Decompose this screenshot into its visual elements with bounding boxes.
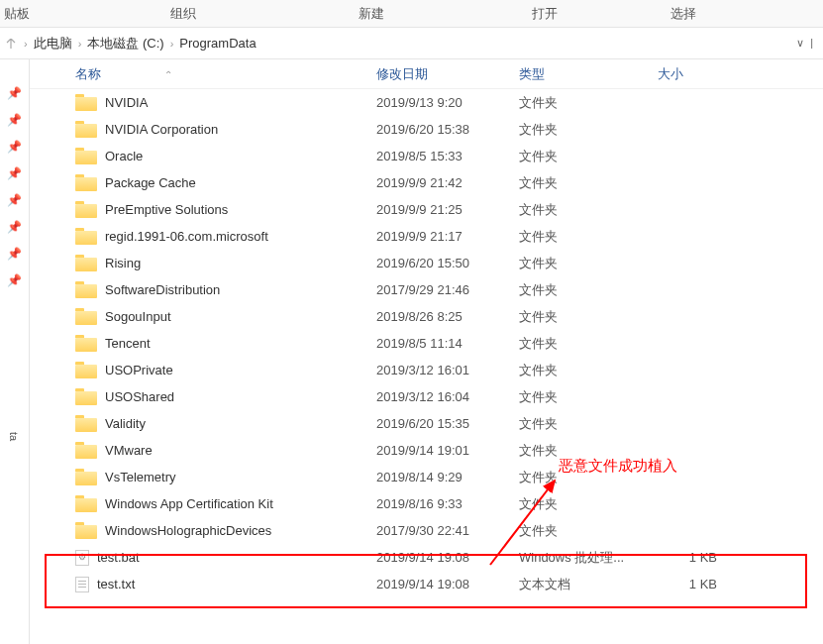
folder-icon <box>75 97 97 111</box>
folder-icon <box>75 498 97 512</box>
file-row[interactable]: SogouInput2019/8/26 8:25文件夹 <box>46 303 823 330</box>
file-row[interactable]: Oracle2019/8/5 15:33文件夹 <box>46 143 823 169</box>
up-icon[interactable] <box>4 32 18 55</box>
file-date: 2019/8/5 15:33 <box>376 149 519 163</box>
pin-icon[interactable]: 📌 <box>0 267 29 293</box>
file-row[interactable]: PreEmptive Solutions2019/9/9 21:25文件夹 <box>46 196 823 223</box>
file-row[interactable]: Tencent2019/8/5 11:14文件夹 <box>46 330 823 357</box>
file-name: PreEmptive Solutions <box>105 202 228 217</box>
file-row[interactable]: USOPrivate2019/3/12 16:01文件夹 <box>46 357 823 383</box>
file-row[interactable]: NVIDIA2019/9/13 9:20文件夹 <box>46 89 823 116</box>
pin-icon[interactable]: 📌 <box>0 186 29 213</box>
sort-indicator-icon: ⌃ <box>164 69 172 80</box>
file-type: 文件夹 <box>519 201 658 219</box>
breadcrumb-this-pc[interactable]: 此电脑 <box>34 35 72 53</box>
file-name-cell: Oracle <box>46 149 376 164</box>
file-type: 文件夹 <box>519 121 658 139</box>
file-name: Package Cache <box>105 175 196 190</box>
ribbon-clipboard[interactable]: 贴板 <box>0 5 89 23</box>
file-type: 文件夹 <box>519 495 658 513</box>
file-name-cell: test.txt <box>46 577 376 592</box>
folder-icon <box>75 231 97 245</box>
file-row[interactable]: regid.1991-06.com.microsoft2019/9/9 21:1… <box>46 223 823 250</box>
file-list[interactable]: NVIDIA2019/9/13 9:20文件夹NVIDIA Corporatio… <box>30 89 823 597</box>
ribbon-organize[interactable]: 组织 <box>89 5 277 23</box>
file-name-cell: SogouInput <box>46 309 376 325</box>
pin-icon[interactable]: 📌 <box>0 106 29 133</box>
file-date: 2019/6/20 15:50 <box>376 256 519 270</box>
file-date: 2019/9/9 21:17 <box>376 229 519 244</box>
file-name-cell: USOPrivate <box>46 363 376 378</box>
file-row[interactable]: Package Cache2019/9/9 21:42文件夹 <box>46 169 823 196</box>
ribbon-toolbar: 贴板 组织 新建 打开 选择 <box>0 0 823 28</box>
column-size[interactable]: 大小 <box>658 65 737 83</box>
file-row[interactable]: Windows App Certification Kit2019/8/16 9… <box>46 490 823 517</box>
file-size: 1 KB <box>658 550 737 565</box>
pin-icon[interactable]: 📌 <box>0 213 29 240</box>
file-type: 文件夹 <box>519 362 658 379</box>
column-name[interactable]: 名称 ⌃ <box>46 65 376 83</box>
file-row[interactable]: NVIDIA Corporation2019/6/20 15:38文件夹 <box>46 116 823 143</box>
file-date: 2019/8/26 8:25 <box>376 309 519 324</box>
file-name-cell: VMware <box>46 443 376 459</box>
breadcrumb-programdata[interactable]: ProgramData <box>179 36 256 51</box>
file-type: 文件夹 <box>519 281 658 299</box>
file-list-area: 名称 ⌃ 修改日期 类型 大小 NVIDIA2019/9/13 9:20文件夹N… <box>30 59 823 644</box>
breadcrumb[interactable]: › 此电脑 › 本地磁盘 (C:) › ProgramData ∨ | <box>0 28 823 59</box>
ribbon-open[interactable]: 打开 <box>465 5 624 23</box>
file-name-cell: Tencent <box>46 336 376 352</box>
folder-icon <box>75 391 97 405</box>
bat-icon <box>75 550 89 566</box>
column-type[interactable]: 类型 <box>519 65 658 83</box>
file-type: 文件夹 <box>519 415 658 433</box>
txt-icon <box>75 577 89 592</box>
file-row[interactable]: SoftwareDistribution2017/9/29 21:46文件夹 <box>46 276 823 303</box>
breadcrumb-dropdown[interactable]: ∨ | <box>796 37 813 50</box>
ribbon-select[interactable]: 选择 <box>624 5 743 23</box>
file-row[interactable]: WindowsHolographicDevices2017/9/30 22:41… <box>46 517 823 544</box>
breadcrumb-drive-c[interactable]: 本地磁盘 (C:) <box>87 35 163 53</box>
pin-icon[interactable]: 📌 <box>0 133 29 160</box>
folder-icon <box>75 338 97 352</box>
sidebar-label: ta <box>8 432 20 441</box>
folder-icon <box>75 258 97 271</box>
file-row[interactable]: USOShared2019/3/12 16:04文件夹 <box>46 383 823 410</box>
file-name-cell: PreEmptive Solutions <box>46 202 376 218</box>
file-row[interactable]: test.txt2019/9/14 19:08文本文档1 KB <box>46 571 823 597</box>
file-type: 文本文档 <box>519 576 658 593</box>
file-type: 文件夹 <box>519 255 658 272</box>
folder-icon <box>75 472 97 485</box>
file-type: 文件夹 <box>519 469 658 486</box>
folder-icon <box>75 525 97 539</box>
file-type: Windows 批处理... <box>519 549 658 567</box>
file-row[interactable]: VsTelemetry2019/8/14 9:29文件夹 <box>46 464 823 490</box>
folder-icon <box>75 311 97 325</box>
file-date: 2019/9/14 19:01 <box>376 443 519 458</box>
folder-icon <box>75 365 97 378</box>
file-date: 2019/9/9 21:42 <box>376 175 519 190</box>
file-date: 2019/6/20 15:38 <box>376 122 519 137</box>
file-row[interactable]: Validity2019/6/20 15:35文件夹 <box>46 410 823 437</box>
pin-icon[interactable]: 📌 <box>0 79 29 106</box>
file-name: NVIDIA Corporation <box>105 122 218 137</box>
file-type: 文件夹 <box>519 94 658 112</box>
file-name: test.bat <box>97 550 140 565</box>
file-row[interactable]: test.bat2019/9/14 19:08Windows 批处理...1 K… <box>46 544 823 571</box>
file-name-cell: Validity <box>46 416 376 432</box>
file-date: 2019/8/16 9:33 <box>376 496 519 511</box>
file-type: 文件夹 <box>519 148 658 165</box>
file-row[interactable]: VMware2019/9/14 19:01文件夹 <box>46 437 823 464</box>
pin-icon[interactable]: 📌 <box>0 160 29 186</box>
column-date[interactable]: 修改日期 <box>376 65 519 83</box>
file-name: VMware <box>105 443 153 458</box>
pin-icon[interactable]: 📌 <box>0 240 29 267</box>
file-date: 2017/9/30 22:41 <box>376 523 519 538</box>
file-row[interactable]: Rising2019/6/20 15:50文件夹 <box>46 250 823 276</box>
ribbon-new[interactable]: 新建 <box>277 5 465 23</box>
file-name-cell: NVIDIA Corporation <box>46 122 376 138</box>
file-type: 文件夹 <box>519 335 658 353</box>
file-name: WindowsHolographicDevices <box>105 523 271 538</box>
file-name: regid.1991-06.com.microsoft <box>105 229 268 244</box>
file-name-cell: test.bat <box>46 550 376 566</box>
file-type: 文件夹 <box>519 308 658 326</box>
